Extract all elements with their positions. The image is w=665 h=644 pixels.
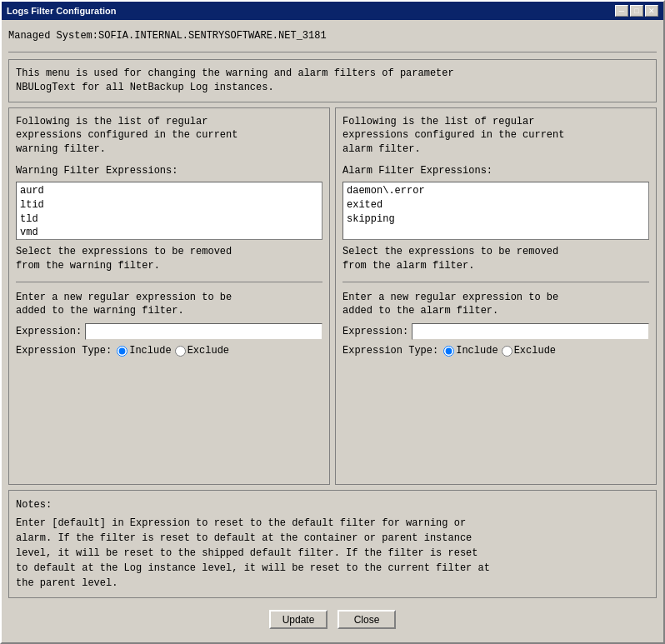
list-item[interactable]: tld: [18, 212, 320, 227]
alarm-expression-type-row: Expression Type: Include Exclude: [342, 345, 649, 357]
alarm-exclude-label[interactable]: Exclude: [502, 345, 556, 357]
alarm-filter-label: Alarm Filter Expressions:: [342, 165, 649, 177]
alarm-include-text: Include: [456, 345, 498, 357]
alarm-include-label[interactable]: Include: [443, 345, 498, 357]
warning-filter-description: Following is the list of regularexpressi…: [16, 115, 322, 157]
filters-row: Following is the list of regularexpressi…: [8, 107, 657, 485]
alarm-remove-divider: [342, 282, 649, 282]
window-content: Managed System:SOFIA.INTERNAL.SENTRYSOFT…: [2, 20, 663, 642]
warning-include-text: Include: [129, 345, 171, 357]
warning-filter-listbox[interactable]: aurd ltid tld vmd: [16, 182, 322, 240]
warning-expression-input[interactable]: [85, 323, 322, 340]
warning-expression-type-label: Expression Type:: [16, 345, 112, 357]
alarm-add-description: Enter a new regular expression to beadde…: [342, 291, 649, 319]
warning-filter-panel: Following is the list of regularexpressi…: [8, 107, 330, 485]
warning-radio-group: Include Exclude: [117, 345, 229, 357]
notes-text: Enter [default] in Expression to reset t…: [16, 517, 490, 589]
list-item[interactable]: ltid: [18, 198, 320, 212]
warning-exclude-radio[interactable]: [175, 346, 186, 357]
alarm-expression-row: Expression:: [342, 323, 649, 340]
warning-expression-type-row: Expression Type: Include Exclude: [16, 345, 322, 357]
info-box: This menu is used for changing the warni…: [8, 59, 657, 102]
close-button[interactable]: ✕: [645, 5, 658, 17]
warning-expression-label: Expression:: [16, 326, 82, 337]
alarm-exclude-text: Exclude: [514, 345, 556, 357]
managed-system-label: Managed System:SOFIA.INTERNAL.SENTRYSOFT…: [8, 27, 657, 45]
window-title: Logs Filter Configuration: [7, 6, 116, 16]
title-bar: Logs Filter Configuration ─ □ ✕: [2, 2, 663, 20]
list-item[interactable]: aurd: [18, 184, 320, 198]
close-button-main[interactable]: Close: [338, 610, 396, 629]
warning-remove-description: Select the expressions to be removedfrom…: [16, 245, 322, 273]
main-window: Logs Filter Configuration ─ □ ✕ Managed …: [0, 0, 665, 644]
warning-exclude-label[interactable]: Exclude: [175, 345, 229, 357]
buttons-row: Update Close: [8, 603, 657, 636]
alarm-filter-description: Following is the list of regularexpressi…: [342, 115, 649, 157]
warning-include-label[interactable]: Include: [117, 345, 171, 357]
alarm-filter-panel: Following is the list of regularexpressi…: [335, 107, 657, 485]
warning-exclude-text: Exclude: [188, 345, 229, 357]
update-button[interactable]: Update: [269, 610, 328, 629]
warning-filter-label: Warning Filter Expressions:: [16, 165, 322, 177]
top-divider: [8, 52, 657, 52]
maximize-button[interactable]: □: [630, 5, 643, 17]
warning-include-radio[interactable]: [117, 346, 128, 357]
list-item[interactable]: skipping: [345, 212, 647, 227]
notes-title: Notes:: [16, 497, 649, 512]
list-item[interactable]: daemon\.error: [345, 184, 647, 198]
notes-box: Notes: Enter [default] in Expression to …: [8, 490, 657, 598]
alarm-radio-group: Include Exclude: [443, 345, 556, 357]
minimize-button[interactable]: ─: [615, 5, 628, 17]
alarm-filter-listbox[interactable]: daemon\.error exited skipping: [342, 182, 649, 240]
alarm-remove-description: Select the expressions to be removedfrom…: [342, 245, 649, 273]
list-item[interactable]: exited: [345, 198, 647, 212]
alarm-include-radio[interactable]: [443, 346, 454, 357]
alarm-expression-label: Expression:: [342, 326, 408, 337]
alarm-expression-input[interactable]: [412, 323, 649, 340]
warning-expression-row: Expression:: [16, 323, 322, 340]
list-item[interactable]: vmd: [18, 226, 320, 240]
info-text: This menu is used for changing the warni…: [16, 67, 454, 93]
alarm-expression-type-label: Expression Type:: [342, 345, 438, 357]
alarm-exclude-radio[interactable]: [502, 346, 512, 357]
title-bar-controls: ─ □ ✕: [615, 5, 658, 17]
warning-add-description: Enter a new regular expression to beadde…: [16, 291, 322, 319]
warning-remove-divider: [16, 282, 322, 282]
